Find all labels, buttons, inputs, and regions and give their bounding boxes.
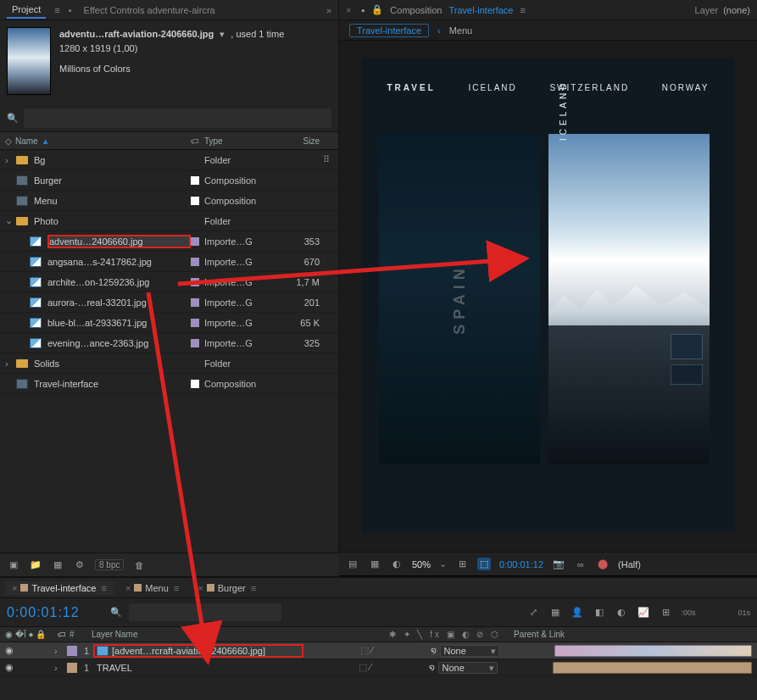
project-search-input[interactable] [24,108,331,128]
label-swatch[interactable] [191,359,199,368]
motion-blur-icon[interactable]: ◐ [615,607,628,618]
composition-viewer[interactable]: TRAVEL ICELAND SWITZERLAND NORWAY SPAIN … [339,44,757,552]
magnification-icon[interactable]: ▤ [346,558,359,569]
twisty-icon[interactable]: › [5,358,15,369]
timeline-tab[interactable]: ×Menu≡ [119,581,186,595]
clip-bar[interactable] [553,662,753,674]
col-parent[interactable]: Parent & Link [509,630,627,639]
timeline-layer-row[interactable]: ◉›1TRAVEL⬚ ⁄໑None [0,659,757,676]
project-row[interactable]: Travel-interfaceComposition [0,374,338,394]
timeline-search-input[interactable] [129,603,281,621]
color-mgmt-icon[interactable]: ⬤ [596,558,609,569]
sort-ascending-icon[interactable]: ▲ [42,136,50,146]
shy-icon[interactable]: 👤 [571,607,584,618]
item-name[interactable]: adventu…2406660.jpg [47,235,191,248]
item-name[interactable]: aurora-…real-33201.jpg [47,297,191,308]
project-row[interactable]: ⌄PhotoFolder [0,211,338,231]
timeline-tab[interactable]: ×Burger≡ [191,581,263,595]
label-swatch[interactable] [191,339,199,347]
label-swatch[interactable] [191,278,199,286]
parent-dropdown[interactable]: None [440,645,499,657]
col-switches[interactable]: ✱ ✦ ╲ fx ▣ ◐ ⊘ ⬡ [381,630,509,639]
bit-depth-button[interactable]: 8 bpc [95,559,124,570]
label-color-icon[interactable]: 🏷 [191,136,199,146]
asset-thumbnail[interactable] [7,27,51,95]
tab-menu-icon[interactable]: ≡ [101,583,106,593]
project-row[interactable]: angsana…s-2417862.jpgImporte…G670 [0,252,338,272]
close-icon[interactable]: × [125,583,131,593]
col-size-label[interactable]: Size [281,136,320,146]
project-row[interactable]: evening…ance-2363.jpgImporte…G325 [0,333,338,353]
label-swatch[interactable] [191,197,199,205]
twisty-icon[interactable]: › [54,663,64,673]
label-swatch[interactable] [191,258,199,266]
parent-dropdown[interactable]: None [438,662,498,674]
delete-icon[interactable]: 🗑 [132,560,146,570]
layer-name[interactable]: TRAVEL [93,663,302,673]
item-name[interactable]: Solids [34,358,191,369]
composition-name-tab[interactable]: Travel-interface [448,5,513,15]
twisty-icon[interactable]: › [5,155,15,165]
parent-link[interactable]: ໑None [429,662,548,674]
current-time-display[interactable]: 0:00:01:12 [499,559,543,569]
roi-icon[interactable]: ⬚ [477,558,491,570]
pickwhip-icon[interactable]: ໑ [429,662,435,673]
project-row[interactable]: MenuComposition [0,191,338,211]
label-swatch[interactable] [191,319,199,327]
layer-name[interactable]: [advent…rcraft-aviation-2406660.jpg] [93,644,303,658]
project-row[interactable]: aurora-…real-33201.jpgImporte…G201 [0,292,338,313]
av-toggles[interactable]: ◉ [0,645,54,656]
project-row[interactable]: BurgerComposition [0,170,338,191]
label-swatch[interactable] [67,663,77,673]
col-number[interactable]: # [70,630,86,639]
flowchart-icon[interactable]: ⠿ [320,154,333,165]
col-name-label[interactable]: Name [15,136,38,146]
tab-menu-icon[interactable]: ≡ [174,583,179,593]
twisty-icon[interactable]: ⌄ [5,215,15,226]
asset-caret-icon[interactable]: ▾ [220,29,225,39]
panel-menu-icon[interactable]: ≡ [54,5,59,15]
clip-bar[interactable] [554,645,753,657]
new-comp-icon[interactable]: ▦ [51,559,64,570]
draft3d-icon[interactable]: ▦ [548,607,562,618]
time-ruler[interactable]: :00s01s [681,608,750,617]
resolution-dropdown[interactable]: (Half) [618,559,641,569]
item-name[interactable]: Menu [34,196,191,206]
resolution-icon[interactable]: ⊞ [455,558,469,569]
col-type-label[interactable]: Type [204,136,281,146]
project-row[interactable]: archite…on-1259236.jpgImporte…G1,7 M [0,272,338,292]
project-row[interactable]: blue-bl…at-2933671.jpgImporte…G65 K [0,313,338,333]
breadcrumb-menu[interactable]: Menu [449,25,473,36]
graph-editor-icon[interactable]: 📈 [637,607,650,618]
label-swatch[interactable] [191,237,199,246]
item-name[interactable]: Photo [34,216,191,226]
av-toggles[interactable]: ◉ [0,662,54,673]
project-row[interactable]: ›BgFolder⠿ [0,150,338,170]
timeline-timecode[interactable]: 0:00:01:12 [7,605,80,620]
dock-icon[interactable]: ▪ [361,5,365,15]
snapshot-icon[interactable]: 📷 [552,558,565,569]
item-name[interactable]: Travel-interface [34,379,191,389]
breadcrumb-caret-icon[interactable]: ‹ [437,25,441,36]
close-icon[interactable]: ▪ [69,5,72,15]
panel-menu-icon[interactable]: ≡ [520,5,526,15]
project-row[interactable]: ›SolidsFolder [0,353,338,374]
pickwhip-icon[interactable]: ໑ [431,645,437,656]
tab-effect-controls[interactable]: Effect Controls adventure-aircra [84,5,215,15]
interpret-footage-icon[interactable]: ▣ [7,559,20,570]
label-swatch[interactable] [191,217,199,225]
project-settings-icon[interactable]: ⚙ [73,559,86,570]
item-name[interactable]: evening…ance-2363.jpg [47,338,191,348]
twisty-icon[interactable]: › [54,646,64,656]
tab-project[interactable]: Project [7,2,46,19]
label-swatch[interactable] [191,380,199,388]
close-icon[interactable]: × [198,583,203,593]
frame-blend-icon[interactable]: ◧ [593,607,606,618]
item-name[interactable]: archite…on-1259236.jpg [47,277,191,287]
zoom-dropdown[interactable]: 50% [412,559,431,569]
mask-icon[interactable]: ◐ [390,558,404,569]
zoom-caret-icon[interactable]: ⌄ [439,558,447,569]
layer-panel-label[interactable]: Layer (none) [695,5,750,15]
lock-icon[interactable]: 🔒 [371,4,383,15]
item-name[interactable]: angsana…s-2417862.jpg [47,257,191,267]
